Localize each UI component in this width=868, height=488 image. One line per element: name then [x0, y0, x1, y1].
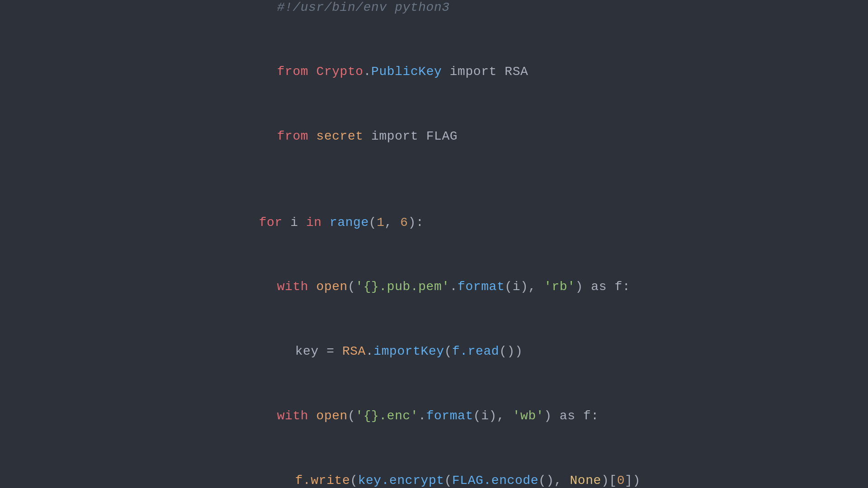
code-line-2: from Crypto.PublicKey import RSA [227, 40, 641, 104]
from-keyword-2: from [277, 129, 308, 143]
import-keyword-2: import [371, 129, 418, 143]
code-line-7: key = RSA.importKey(f.read()) [227, 319, 641, 384]
encode-func: FLAG.encode [452, 474, 538, 488]
code-line-8: with open('{}.enc'.format(i), 'wb') as f… [227, 384, 641, 448]
publickey-module: PublicKey [371, 65, 442, 79]
with-keyword-2: with [277, 409, 308, 423]
format-func-2: format [426, 409, 473, 423]
key-var: key [295, 344, 319, 358]
code-line-1: #!/usr/bin/env python3 [227, 0, 641, 40]
import-keyword: import [450, 65, 497, 79]
shebang-comment: #!/usr/bin/env python3 [277, 0, 450, 14]
str-enc: '{}.enc' [355, 409, 418, 423]
code-block: #!/usr/bin/env python3 from Crypto.Publi… [200, 0, 668, 488]
str-pub-pem: '{}.pub.pem' [355, 280, 449, 294]
num-1: 1 [377, 216, 384, 230]
fread-func: f.read [452, 344, 499, 358]
rsa-name: RSA [505, 65, 528, 79]
from-keyword: from [277, 65, 308, 79]
blank-line-1 [227, 169, 641, 190]
for-keyword: for [259, 216, 283, 230]
as-keyword-2: as [560, 409, 576, 423]
none-literal: None [570, 474, 601, 488]
importkey-func: importKey [373, 344, 444, 358]
f-var-1: f [614, 280, 622, 294]
f-var-2: f [583, 409, 591, 423]
crypto-module: Crypto [316, 65, 363, 79]
code-line-6: with open('{}.pub.pem'.format(i), 'rb') … [227, 255, 641, 319]
str-rb: 'rb' [544, 280, 575, 294]
as-keyword-1: as [591, 280, 607, 294]
str-wb: 'wb' [513, 409, 544, 423]
code-line-5: for i in range(1, 6): [227, 190, 641, 255]
flag-name: FLAG [426, 129, 458, 143]
in-keyword: in [306, 216, 322, 230]
with-keyword-1: with [277, 280, 308, 294]
open-func-1: open [316, 280, 348, 294]
encrypt-func: key.encrypt [358, 474, 444, 488]
fwrite-func: f.write [295, 474, 350, 488]
num-6: 6 [400, 216, 408, 230]
rsa-var: RSA [342, 344, 366, 358]
index-0: 0 [617, 474, 625, 488]
code-line-3: from secret import FLAG [227, 104, 641, 169]
code-line-9: f.write(key.encrypt(FLAG.encode(), None)… [227, 448, 641, 488]
format-func-1: format [458, 280, 505, 294]
secret-module: secret [316, 129, 363, 143]
open-func-2: open [316, 409, 348, 423]
range-func: range [330, 216, 369, 230]
i-var: i [290, 216, 298, 230]
